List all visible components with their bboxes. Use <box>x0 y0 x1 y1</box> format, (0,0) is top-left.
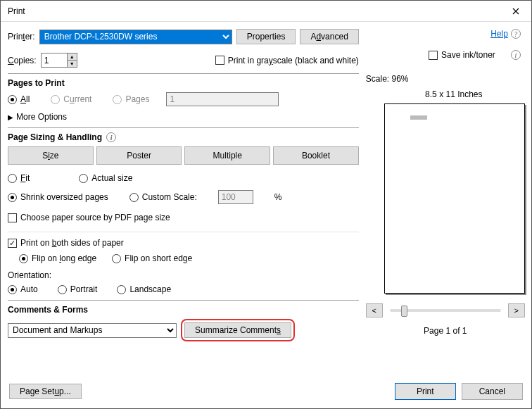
percent-label: % <box>274 192 282 202</box>
pages-current-radio[interactable]: Current <box>51 94 91 104</box>
orient-portrait-radio[interactable]: Portrait <box>58 284 98 294</box>
preview-next-button[interactable]: > <box>508 303 525 317</box>
duplex-checkbox[interactable]: Print on both sides of paper <box>8 238 124 248</box>
pages-to-print-title: Pages to Print <box>8 78 359 88</box>
page-setup-button[interactable]: Page Setup... <box>9 384 82 399</box>
printer-select[interactable]: Brother DCP-L2530DW series <box>39 30 232 44</box>
size-button[interactable]: Size <box>8 146 94 165</box>
booklet-button[interactable]: Booklet <box>273 146 359 165</box>
custom-scale-input[interactable] <box>218 190 253 204</box>
page-counter: Page 1 of 1 <box>366 326 525 336</box>
preview-prev-button[interactable]: < <box>366 303 383 317</box>
comments-forms-select[interactable]: Document and Markups <box>8 323 177 338</box>
close-button[interactable] <box>500 1 531 22</box>
orient-landscape-radio[interactable]: Landscape <box>117 284 171 294</box>
preview-slider[interactable] <box>390 309 501 312</box>
summarize-comments-button[interactable]: Summarize Comments <box>184 322 291 338</box>
paper-size-label: 8.5 x 11 Inches <box>383 89 525 99</box>
sizing-title: Page Sizing & Handling <box>8 132 102 142</box>
copies-down[interactable]: ▼ <box>67 60 77 68</box>
advanced-button[interactable]: Advanced <box>300 29 358 44</box>
properties-button[interactable]: Properties <box>236 29 296 44</box>
pages-range-input[interactable] <box>166 92 279 106</box>
more-options-toggle[interactable]: ▶More Options <box>8 112 359 122</box>
printer-label: Printer: <box>8 32 35 42</box>
multiple-button[interactable]: Multiple <box>184 146 270 165</box>
orient-auto-radio[interactable]: Auto <box>8 284 38 294</box>
pages-range-radio[interactable]: Pages <box>113 94 149 104</box>
scale-display: Scale: 96% <box>366 74 525 84</box>
flip-short-radio[interactable]: Flip on short edge <box>112 253 192 263</box>
info-icon[interactable]: i <box>106 132 116 142</box>
custom-scale-radio[interactable]: Custom Scale: <box>129 192 197 202</box>
page-preview <box>384 103 525 294</box>
copies-input[interactable] <box>41 53 68 68</box>
fit-radio[interactable]: Fit <box>8 173 30 183</box>
save-ink-info-icon[interactable]: i <box>511 50 521 60</box>
window-title: Print <box>8 6 25 16</box>
flip-long-radio[interactable]: Flip on long edge <box>19 253 96 263</box>
preview-content-bar <box>410 115 427 120</box>
slider-thumb[interactable] <box>401 306 407 317</box>
help-info-icon[interactable]: ? <box>511 29 521 39</box>
actual-size-radio[interactable]: Actual size <box>79 173 132 183</box>
grayscale-checkbox[interactable]: Print in grayscale (black and white) <box>215 56 359 65</box>
print-button[interactable]: Print <box>395 383 456 400</box>
grayscale-label: Print in grayscale (black and white) <box>228 56 359 65</box>
copies-spinner[interactable]: ▲ ▼ <box>41 53 77 68</box>
poster-button[interactable]: Poster <box>96 146 182 165</box>
comments-forms-title: Comments & Forms <box>8 305 359 315</box>
orientation-label: Orientation: <box>8 270 359 280</box>
cancel-button[interactable]: Cancel <box>462 383 523 400</box>
help-link[interactable]: Help <box>490 29 508 39</box>
shrink-radio[interactable]: Shrink oversized pages <box>8 192 108 202</box>
save-ink-checkbox[interactable]: Save ink/toner <box>429 50 495 60</box>
choose-source-checkbox[interactable]: Choose paper source by PDF page size <box>8 213 170 222</box>
copies-label: Copies: <box>8 56 37 65</box>
pages-all-radio[interactable]: All <box>8 94 30 104</box>
